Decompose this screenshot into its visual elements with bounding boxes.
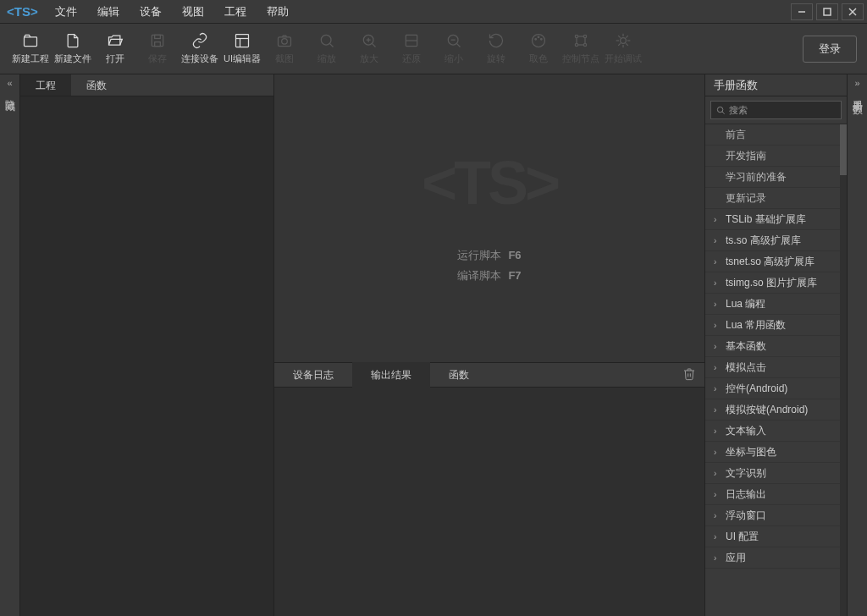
- tree-item-9[interactable]: ›Lua 常用函数: [705, 315, 847, 336]
- chevron-right-icon: ›: [714, 511, 722, 520]
- svg-rect-1: [824, 8, 831, 15]
- tree-item-18[interactable]: ›浮动窗口: [705, 505, 847, 526]
- tool-label: 截图: [275, 52, 294, 65]
- tree-item-17[interactable]: ›日志输出: [705, 484, 847, 505]
- tree-item-1[interactable]: 开发指南: [705, 146, 847, 167]
- search-input[interactable]: 搜索: [710, 101, 842, 119]
- folder-icon: [22, 32, 39, 49]
- chevron-right-icon: ›: [714, 384, 722, 393]
- menu-2[interactable]: 设备: [130, 1, 172, 23]
- tree-item-8[interactable]: ›Lua 编程: [705, 294, 847, 315]
- svg-point-30: [575, 43, 577, 46]
- minimize-button[interactable]: [791, 3, 813, 20]
- tree-item-15[interactable]: ›坐标与图色: [705, 442, 847, 463]
- tree-item-label: 模拟点击: [726, 360, 766, 375]
- manual-tree: 前言开发指南学习前的准备更新记录›TSLib 基础扩展库›ts.so 高级扩展库…: [705, 124, 847, 569]
- window-controls: [791, 3, 864, 20]
- scrollbar-thumb[interactable]: [840, 124, 847, 175]
- link-icon: [191, 32, 208, 49]
- zoom-out-button: 缩小: [434, 28, 474, 70]
- open-button[interactable]: 打开: [95, 28, 135, 70]
- left-tab-1[interactable]: 函数: [71, 74, 122, 96]
- menu-3[interactable]: 视图: [172, 1, 214, 23]
- tool-label: 旋转: [487, 52, 505, 65]
- tree-item-13[interactable]: ›模拟按键(Android): [705, 399, 847, 421]
- tree-item-11[interactable]: ›模拟点击: [705, 357, 847, 378]
- tree-item-label: 坐标与图色: [726, 445, 776, 459]
- chevron-right-icon: ›: [714, 236, 722, 245]
- ui-editor-button[interactable]: UI编辑器: [222, 28, 262, 70]
- nodes-icon: [572, 32, 589, 49]
- chevron-right-icon: ›: [714, 405, 722, 415]
- menu-5[interactable]: 帮助: [257, 1, 299, 23]
- search-placeholder: 搜索: [729, 104, 748, 117]
- left-panel: 工程函数: [20, 74, 274, 616]
- clear-output-button[interactable]: [682, 367, 696, 383]
- tool-label: 缩放: [318, 52, 336, 65]
- tree-item-4[interactable]: ›TSLib 基础扩展库: [705, 209, 847, 230]
- editor-hint: 运行脚本F6: [457, 248, 521, 263]
- tree-item-label: tsnet.so 高级扩展库: [726, 255, 815, 269]
- connect-button[interactable]: 连接设备: [179, 28, 220, 70]
- tree-item-label: 浮动窗口: [726, 509, 766, 523]
- tree-item-20[interactable]: ›应用: [705, 547, 847, 569]
- start-debug-button: 开始调试: [603, 28, 643, 70]
- close-button[interactable]: [842, 3, 864, 20]
- menu-0[interactable]: 文件: [45, 1, 87, 23]
- search-icon: [716, 106, 726, 115]
- tree-item-2[interactable]: 学习前的准备: [705, 167, 847, 188]
- debug-icon: [615, 32, 632, 49]
- tree-item-7[interactable]: ›tsimg.so 图片扩展库: [705, 272, 847, 294]
- tree-item-10[interactable]: ›基本函数: [705, 336, 847, 357]
- chevron-right-icon: ›: [714, 300, 722, 309]
- tree-item-label: 前言: [726, 128, 746, 142]
- tree-item-19[interactable]: ›UI 配置: [705, 526, 847, 547]
- tree-item-label: 日志输出: [726, 487, 766, 502]
- chevron-right-icon: »: [854, 78, 859, 88]
- bottom-tabs: 设备日志输出结果函数: [274, 362, 704, 388]
- control-points-button: 控制节点: [561, 28, 601, 70]
- open-icon: [107, 32, 124, 49]
- scrollbar[interactable]: [840, 124, 847, 616]
- new-project-button[interactable]: 新建工程: [10, 28, 51, 70]
- chevron-right-icon: ›: [714, 553, 722, 563]
- new-file-button[interactable]: 新建文件: [52, 28, 93, 70]
- titlebar: <TS> 文件编辑设备视图工程帮助: [0, 0, 867, 24]
- save-button: 保存: [137, 28, 178, 70]
- svg-line-43: [618, 43, 621, 46]
- left-collapse-label: 隐藏: [3, 91, 17, 95]
- camera-icon: [276, 32, 293, 49]
- tree-item-16[interactable]: ›文字识别: [705, 463, 847, 484]
- login-button[interactable]: 登录: [803, 36, 857, 63]
- left-collapse-bar[interactable]: « 隐藏: [0, 74, 20, 616]
- menu-4[interactable]: 工程: [214, 1, 257, 23]
- rotate-button: 旋转: [476, 28, 516, 70]
- tool-label: 新建工程: [12, 52, 49, 65]
- left-tabs: 工程函数: [20, 74, 273, 96]
- tree-item-14[interactable]: ›文本输入: [705, 421, 847, 442]
- svg-point-12: [282, 39, 288, 45]
- bottom-tab-1[interactable]: 输出结果: [352, 362, 430, 388]
- bottom-tab-2[interactable]: 函数: [430, 362, 488, 388]
- zoom-out-icon: [445, 32, 462, 49]
- right-collapse-bar[interactable]: » 手册函数: [847, 74, 867, 616]
- tool-label: UI编辑器: [224, 52, 261, 65]
- tool-label: 放大: [360, 52, 378, 65]
- tree-item-5[interactable]: ›ts.so 高级扩展库: [705, 230, 847, 251]
- tool-label: 开始调试: [605, 52, 642, 65]
- tree-item-12[interactable]: ›控件(Android): [705, 378, 847, 399]
- maximize-button[interactable]: [816, 3, 838, 20]
- palette-icon: [530, 32, 547, 49]
- tree-item-6[interactable]: ›tsnet.so 高级扩展库: [705, 251, 847, 272]
- bottom-tab-0[interactable]: 设备日志: [274, 362, 352, 388]
- toolbar: 新建工程新建文件打开保存连接设备UI编辑器截图缩放放大还原缩小旋转取色控制节点开…: [0, 24, 867, 74]
- main-menu: 文件编辑设备视图工程帮助: [45, 1, 299, 23]
- left-tab-0[interactable]: 工程: [20, 74, 71, 96]
- tree-item-0[interactable]: 前言: [705, 124, 847, 146]
- editor-area: <TS> 运行脚本F6编译脚本F7: [274, 74, 704, 362]
- tool-label: 连接设备: [181, 52, 218, 65]
- tree-item-3[interactable]: 更新记录: [705, 188, 847, 209]
- right-panel-header: 手册函数: [705, 74, 847, 96]
- layout-icon: [234, 32, 251, 49]
- menu-1[interactable]: 编辑: [87, 1, 130, 23]
